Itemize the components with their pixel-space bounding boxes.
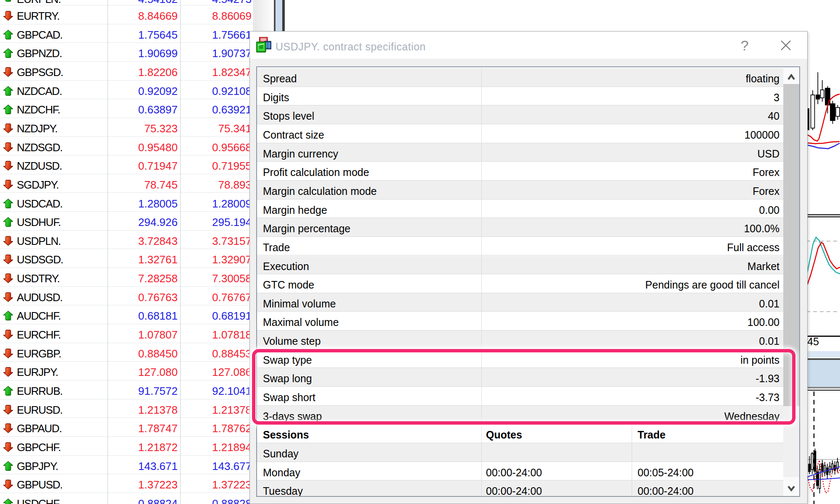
- svg-text:45: 45: [807, 336, 819, 347]
